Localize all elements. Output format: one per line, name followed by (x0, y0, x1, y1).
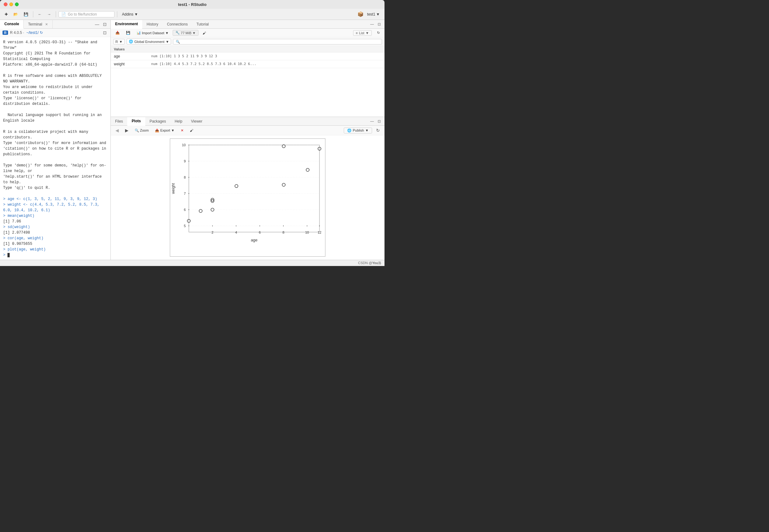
r-dropdown[interactable]: R ▼ (113, 39, 125, 44)
tab-history[interactable]: History (142, 20, 162, 28)
brush-plot-button[interactable]: 🖌 (188, 128, 195, 133)
open-file-button[interactable]: 📂 (11, 11, 20, 17)
tab-console[interactable]: Console (0, 20, 24, 29)
list-icon: ≡ (356, 31, 358, 35)
clear-env-button[interactable]: 🖌 (200, 30, 208, 36)
env-tabs: Environment History Connections Tutorial… (111, 20, 385, 29)
left-panel: Console Terminal ✕ — ⊡ R R 4.0.5 · ~/tes… (0, 20, 111, 260)
console-prompt-line[interactable]: > (3, 252, 107, 258)
console-line-2: > weight <- c(4.4, 5.3, 7.2, 5.2, 8.5, 7… (3, 202, 107, 213)
publish-button[interactable]: 🌐 Publish ▼ (344, 128, 372, 133)
list-dropdown[interactable]: ≡ List ▼ (353, 30, 372, 36)
traffic-lights[interactable] (4, 2, 19, 6)
addins-button[interactable]: Addins ▼ (120, 11, 140, 17)
environment-panel: Environment History Connections Tutorial… (111, 20, 385, 117)
tab-terminal[interactable]: Terminal ✕ (24, 20, 53, 28)
env-values-header: Values (111, 46, 385, 53)
global-env-dropdown[interactable]: 🌐 Global Environment ▼ (127, 39, 171, 44)
env-search-input[interactable] (173, 39, 382, 44)
tab-connections[interactable]: Connections (163, 20, 192, 28)
memory-badge: 🔧 77 MiB ▼ (173, 30, 198, 36)
svg-text:12: 12 (318, 231, 321, 234)
import-dataset-button[interactable]: 📊 Import Dataset ▼ (134, 30, 171, 36)
tab-help[interactable]: Help (170, 117, 187, 125)
console-line-6: > plot(age, weight) (3, 247, 107, 252)
go-back-button[interactable]: ← (36, 11, 44, 17)
close-button[interactable] (4, 2, 7, 6)
console-result-sd: [1] 2.077498 (3, 230, 107, 236)
console-result-cor: [1] 0.9075655 (3, 241, 107, 247)
tab-packages[interactable]: Packages (145, 117, 170, 125)
plots-maximize-button[interactable]: ⊡ (376, 119, 382, 124)
new-file-button[interactable]: ✚ (2, 11, 10, 17)
console-startup-output: R version 4.0.5 (2021-03-31) -- "Shake a… (3, 40, 107, 196)
env-refresh-button[interactable]: ↻ (375, 30, 382, 36)
window-title: test1 - RStudio (178, 2, 207, 7)
save-workspace-icon: 💾 (126, 31, 130, 35)
save-button[interactable]: 💾 (21, 11, 30, 17)
save-workspace-button[interactable]: 💾 (124, 30, 133, 36)
import-icon: 📊 (137, 31, 141, 35)
console-line-5: > cor(age, weight) (3, 236, 107, 241)
toolbar-divider-2 (56, 11, 56, 17)
env-var-name-age[interactable]: age (111, 53, 148, 60)
console-panel-actions: — ⊡ (94, 21, 110, 27)
console-minimize-button[interactable]: — (94, 21, 100, 27)
env-var-value-age: num [1:10] 1 3 5 2 11 9 3 9 12 3 (148, 53, 385, 60)
plots-minimize-button[interactable]: — (369, 119, 375, 124)
zoom-button[interactable]: 🔍 Zoom (133, 128, 151, 133)
global-env-arrow-icon: ▼ (165, 40, 169, 44)
plot-prev-button[interactable]: ◀ (113, 127, 121, 134)
save-icon: 💾 (24, 12, 28, 16)
tab-environment[interactable]: Environment (111, 20, 142, 29)
plots-panel: Files Plots Packages Help Viewer — ⊡ (111, 117, 385, 260)
svg-text:10: 10 (182, 143, 186, 147)
tab-plots[interactable]: Plots (127, 117, 145, 126)
export-button[interactable]: 📤 Export ▼ (153, 128, 177, 133)
delete-plot-button[interactable]: ✕ (179, 128, 186, 133)
svg-text:6: 6 (184, 208, 186, 212)
memory-arrow-icon: ▼ (192, 31, 196, 35)
status-user: CSDN @You洛 (358, 261, 381, 265)
env-maximize-button[interactable]: ⊡ (376, 21, 382, 27)
project-button[interactable]: test1 ▼ (365, 11, 382, 17)
goto-file-box[interactable]: 📄 Go to file/function (58, 11, 114, 17)
refresh-path-icon[interactable]: ↻ (40, 30, 43, 35)
plots-panel-actions: — ⊡ (369, 119, 385, 124)
minimize-button[interactable] (9, 2, 13, 6)
console-clear-button[interactable]: ⊡ (102, 30, 108, 36)
list-arrow-icon: ▼ (366, 31, 369, 35)
env-minimize-button[interactable]: — (369, 21, 375, 27)
load-workspace-button[interactable]: 📥 (113, 30, 122, 36)
plots-refresh-button[interactable]: ↻ (374, 127, 382, 134)
console-result-mean: [1] 7.06 (3, 219, 107, 224)
r-label: R (115, 40, 118, 44)
export-arrow-icon: ▼ (171, 128, 175, 132)
svg-text:8: 8 (282, 231, 284, 234)
publish-arrow-icon: ▼ (365, 128, 369, 132)
plot-next-button[interactable]: ▶ (123, 127, 131, 134)
terminal-close-icon[interactable]: ✕ (45, 22, 48, 26)
tab-viewer[interactable]: Viewer (187, 117, 207, 125)
right-panel: Environment History Connections Tutorial… (111, 20, 385, 260)
brush-plot-icon: 🖌 (190, 128, 193, 132)
env-var-value-weight: num [1:10] 4.4 5.3 7.2 5.2 8.5 7.3 6 10.… (148, 60, 385, 68)
console-maximize-button[interactable]: ⊡ (102, 21, 108, 27)
go-forward-button[interactable]: → (45, 11, 53, 17)
svg-text:4: 4 (235, 231, 237, 234)
tab-tutorial[interactable]: Tutorial (192, 20, 213, 28)
load-icon: 📥 (115, 31, 120, 35)
console-body[interactable]: R version 4.0.5 (2021-03-31) -- "Shake a… (0, 37, 110, 260)
env-var-name-weight[interactable]: weight (111, 60, 148, 68)
env-toolbar: 📥 💾 📊 Import Dataset ▼ 🔧 77 MiB ▼ 🖌 (111, 29, 385, 37)
env-refresh-icon: ↻ (377, 31, 380, 35)
maximize-button[interactable] (15, 2, 19, 6)
tab-files[interactable]: Files (111, 117, 127, 125)
svg-text:8: 8 (184, 175, 186, 179)
env-panel-actions: — ⊡ (369, 21, 385, 27)
delete-icon: ✕ (181, 128, 184, 133)
r-version: R 4.0.5 (10, 30, 22, 35)
console-path: ~/test1/ (26, 30, 39, 35)
scatter-plot: 5 6 7 8 9 10 (170, 138, 325, 257)
export-icon: 📤 (155, 128, 159, 133)
